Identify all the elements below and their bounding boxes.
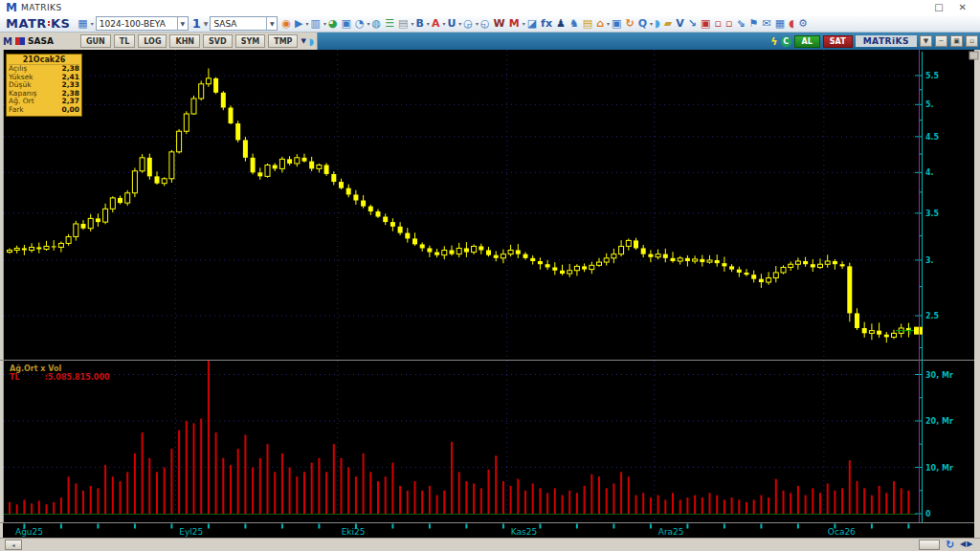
v-icon[interactable]: V bbox=[675, 17, 685, 31]
folder-icon[interactable]: ▰ bbox=[663, 17, 673, 31]
svg-text:10, Mr: 10, Mr bbox=[925, 464, 953, 473]
chart-symbol[interactable]: SASA bbox=[28, 36, 78, 46]
svg-text:4.: 4. bbox=[925, 168, 934, 177]
candlestick-volume-chart[interactable]: Ağu25Eyl25Eki25Kas25Ara25Oca265.55.4.54.… bbox=[0, 50, 980, 538]
calculator-icon[interactable]: ▦ bbox=[774, 17, 786, 31]
font-color-icon[interactable]: A bbox=[431, 17, 441, 31]
matriks-app-window: M MATRIKS □ ✕ MATRKS ▦▾1024-100-BEYA▼1▼S… bbox=[0, 0, 980, 551]
symbol-combo-dropdown-icon[interactable]: ▼ bbox=[266, 17, 277, 30]
currency-button[interactable]: TL bbox=[114, 34, 136, 48]
chevron-down-icon[interactable]: ▼ bbox=[301, 37, 305, 45]
news-icon[interactable]: ▤ bbox=[397, 17, 409, 31]
svg-text:Ağu25: Ağu25 bbox=[15, 527, 43, 537]
fx-icon[interactable]: fx bbox=[540, 17, 553, 31]
workspace-combo[interactable]: 1024-100-BEYA▼ bbox=[96, 16, 189, 31]
horizontal-scrollbar[interactable]: ◂ ↻ ◀▶ bbox=[0, 538, 980, 551]
chart-pointer-icon[interactable]: ↘ bbox=[687, 17, 698, 31]
chart-titlebar-fill: ϟ C AL SAT MATRiKS ▼ − ▣ ▫ bbox=[318, 33, 980, 50]
scrollbar-thumb[interactable] bbox=[919, 540, 940, 550]
chart-area: Ağu25Eyl25Eki25Kas25Ara25Oca265.55.4.54.… bbox=[0, 50, 980, 551]
scroll-left-button[interactable]: ◂ bbox=[5, 540, 22, 550]
chart-close-button[interactable]: ▫ bbox=[966, 35, 978, 47]
compass-icon[interactable]: ◶ bbox=[462, 17, 474, 31]
svg-text:0: 0 bbox=[925, 510, 931, 518]
monitor-icon[interactable]: ▣ bbox=[341, 17, 352, 31]
clock-icon[interactable]: ◔ bbox=[354, 17, 366, 31]
arrow-se-icon[interactable]: ⇘ bbox=[735, 17, 746, 31]
underline-icon[interactable]: U bbox=[446, 17, 457, 31]
sym-button[interactable]: SYM bbox=[235, 34, 266, 48]
save-icon[interactable]: ▦ bbox=[77, 17, 88, 31]
chart-titlebar-left: M SASA GUN TL LOG KHN SVD SYM TMP ▼ ◗ bbox=[0, 33, 318, 50]
khn-button[interactable]: KHN bbox=[169, 34, 200, 48]
log-scale-button[interactable]: LOG bbox=[138, 34, 167, 48]
volume-indicator-title: Ağ.Ort x Vol bbox=[10, 364, 110, 373]
symbol-combo[interactable]: SASA▼ bbox=[210, 16, 278, 31]
person-icon[interactable]: ♟ bbox=[555, 17, 567, 31]
svg-text:Oca26: Oca26 bbox=[828, 527, 856, 537]
vwap-icon[interactable]: W bbox=[493, 17, 506, 31]
bold-icon[interactable]: B bbox=[414, 17, 424, 31]
window-titlebar: M MATRIKS □ ✕ bbox=[0, 0, 980, 15]
documents-icon[interactable]: ▣ bbox=[611, 17, 622, 31]
pointer-icon[interactable]: ▶ bbox=[294, 17, 303, 31]
matriks-brand-logo: MATRKS bbox=[6, 16, 70, 31]
traffic-light-icon[interactable]: ▤ bbox=[582, 17, 593, 31]
mail-icon[interactable]: ✉ bbox=[761, 17, 771, 31]
buy-button[interactable]: AL bbox=[794, 35, 820, 48]
scroll-nav-arrows[interactable]: ◀▶ bbox=[960, 540, 973, 548]
sync-icon[interactable]: ↻ bbox=[946, 539, 954, 551]
close-icon[interactable]: ✕ bbox=[959, 1, 967, 14]
symbol-flag-icon bbox=[15, 37, 25, 45]
c-badge-icon[interactable]: C bbox=[781, 36, 791, 47]
window-small-icon[interactable]: ▫ bbox=[713, 17, 722, 31]
svg-text:3.: 3. bbox=[925, 256, 934, 265]
zoom-icon[interactable]: ◉ bbox=[280, 17, 292, 31]
window-title: MATRIKS bbox=[21, 3, 62, 12]
brand-dots bbox=[48, 21, 50, 26]
svg-text:5.5: 5.5 bbox=[925, 72, 940, 80]
ohlc-info-box: 21Ocak26 Açılış2,38 Yüksek2,41 Düşük2,33… bbox=[6, 54, 82, 117]
svg-text:30, Mr: 30, Mr bbox=[925, 371, 953, 380]
twitter-icon[interactable]: ◗ bbox=[654, 17, 661, 31]
building-icon[interactable]: ⌂ bbox=[595, 17, 605, 31]
svg-text:20, Mr: 20, Mr bbox=[925, 417, 953, 426]
chat-icon[interactable]: ◖ bbox=[788, 17, 795, 31]
compass2-icon[interactable]: ◵ bbox=[479, 17, 491, 31]
matriks-watermark: MATRiKS bbox=[856, 35, 917, 47]
globe-icon[interactable]: ◍ bbox=[371, 17, 383, 31]
people-icon[interactable]: ♞ bbox=[568, 17, 580, 31]
svg-text:2.5: 2.5 bbox=[925, 312, 940, 320]
svd-button[interactable]: SVD bbox=[203, 34, 233, 48]
sell-button[interactable]: SAT bbox=[823, 35, 853, 48]
alarm-icon[interactable]: ⚑ bbox=[748, 17, 760, 31]
period-button[interactable]: GUN bbox=[80, 34, 111, 48]
svg-text:Kas25: Kas25 bbox=[511, 527, 537, 537]
levels-icon[interactable]: ☰ bbox=[384, 17, 395, 31]
chart-m-icon: M bbox=[3, 36, 12, 47]
refresh-orange-icon[interactable]: ↻ bbox=[624, 17, 635, 31]
pie-icon[interactable]: ◕ bbox=[327, 17, 339, 31]
svg-text:Ara25: Ara25 bbox=[658, 527, 684, 537]
mini-chart-icon[interactable]: ◪ bbox=[526, 17, 538, 31]
chart-window-titlebar: M SASA GUN TL LOG KHN SVD SYM TMP ▼ ◗ ϟ … bbox=[0, 33, 980, 50]
indicators-icon[interactable]: ▥ bbox=[310, 17, 322, 31]
search-q-icon[interactable]: Q bbox=[637, 17, 648, 31]
svg-text:Eyl25: Eyl25 bbox=[179, 527, 203, 537]
workspace-combo-dropdown-icon[interactable]: ▼ bbox=[177, 17, 188, 30]
window-small2-icon[interactable]: ▫ bbox=[724, 17, 733, 31]
maximize-icon[interactable]: □ bbox=[934, 1, 943, 14]
period-select[interactable]: 1 bbox=[192, 16, 201, 31]
chart-restore-button[interactable]: ▣ bbox=[950, 35, 963, 47]
svg-text:5.: 5. bbox=[925, 100, 934, 109]
main-toolbar: MATRKS ▦▾1024-100-BEYA▼1▼SASA▼◉▶▾▥▾◕▣◔▾◍… bbox=[0, 15, 980, 33]
settings-icon[interactable]: ⚙ bbox=[797, 17, 809, 31]
matriks-m-icon[interactable]: M bbox=[508, 17, 521, 31]
lightning-icon[interactable]: ϟ bbox=[770, 35, 777, 48]
monitor-alert-icon[interactable]: ▣ bbox=[700, 17, 711, 31]
chart-menu-button[interactable]: ▼ bbox=[920, 35, 932, 47]
twitter-icon[interactable]: ◗ bbox=[309, 36, 314, 47]
volume-tl-value: :5.085.815.000 bbox=[45, 373, 110, 382]
chart-minimize-button[interactable]: − bbox=[935, 35, 947, 47]
tmp-button[interactable]: TMP bbox=[268, 34, 298, 48]
